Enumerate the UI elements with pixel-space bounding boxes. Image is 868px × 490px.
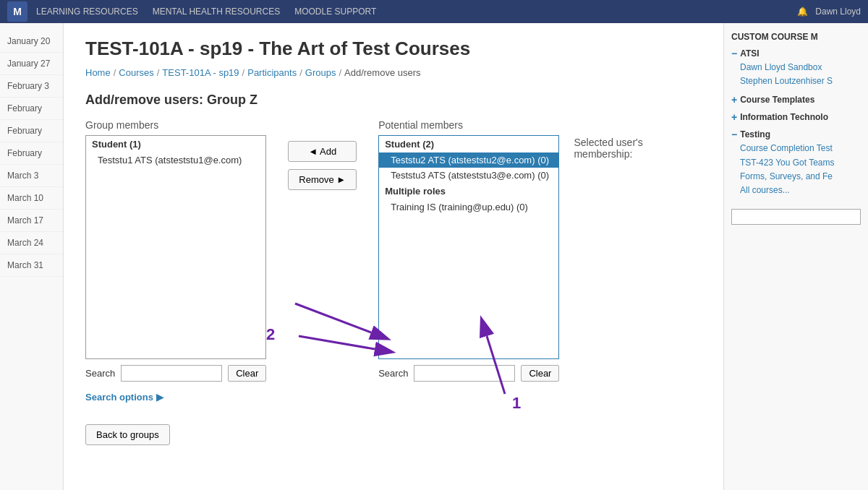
svg-line-3 — [299, 336, 375, 349]
logo-text: M — [13, 6, 22, 17]
testing-section-name: − Testing — [731, 129, 861, 140]
testing-toggle[interactable]: − — [731, 129, 737, 140]
nav-items: LEARNING RESOURCES MENTAL HEALTH RESOURC… — [36, 7, 376, 17]
potential-member-multiple-0[interactable]: Training IS (training@up.edu) (0) — [379, 199, 558, 215]
search-options-link[interactable]: Search options ▶ — [85, 392, 163, 403]
sidebar-item-feb3b[interactable]: February — [0, 142, 63, 165]
section-title: Add/remove users: Group Z — [85, 93, 702, 108]
potential-members-label: Potential members — [378, 119, 559, 131]
breadcrumb-participants[interactable]: Participants — [247, 67, 297, 78]
search-left-input[interactable] — [121, 365, 222, 382]
sidebar-item-mar3[interactable]: March 3 — [0, 165, 63, 187]
it-toggle[interactable]: + — [731, 111, 737, 123]
search-left-label: Search — [85, 368, 115, 379]
annotation-1: 1 — [512, 394, 521, 408]
group-members-label: Group members — [85, 119, 266, 131]
testing-link-3[interactable]: All courses... — [731, 184, 861, 197]
breadcrumb-sep4: / — [299, 67, 302, 78]
potential-member-0[interactable]: Teststu2 ATS (atsteststu2@e.com) (0) — [379, 152, 558, 168]
right-sidebar-search-input[interactable] — [731, 209, 861, 225]
right-sidebar-section-it: + Information Technolo — [731, 111, 861, 123]
svg-line-4 — [295, 304, 371, 332]
multiple-roles-label: Multiple roles — [379, 183, 558, 199]
sidebar-item-mar31[interactable]: March 31 — [0, 254, 63, 277]
add-button[interactable]: ◄ Add — [288, 141, 357, 162]
group-members-list[interactable]: Student (1) Teststu1 ATS (atsteststu1@e.… — [85, 135, 266, 359]
templates-section-name: + Course Templates — [731, 94, 861, 106]
testing-label: Testing — [740, 129, 770, 139]
groups-area: Group members Student (1) Teststu1 ATS (… — [85, 119, 702, 403]
clear-right-button[interactable]: Clear — [521, 365, 559, 382]
search-right-label: Search — [378, 368, 408, 379]
sidebar-item-feb1[interactable]: February — [0, 98, 63, 120]
user-name[interactable]: Dawn Lloyd — [815, 7, 861, 17]
breadcrumb-courses[interactable]: Courses — [119, 67, 153, 78]
right-sidebar-section-atsi: − ATSI Dawn Lloyd Sandbox Stephen Loutze… — [731, 48, 861, 88]
annotation-2: 2 — [266, 325, 275, 343]
templates-label: Course Templates — [740, 95, 814, 105]
search-right-input[interactable] — [414, 365, 515, 382]
atsi-link-1[interactable]: Stephen Loutzenhiser S — [731, 74, 861, 88]
remove-button[interactable]: Remove ► — [288, 169, 357, 190]
clear-left-button[interactable]: Clear — [228, 365, 266, 382]
page-title: TEST-101A - sp19 - The Art of Test Cours… — [85, 38, 702, 60]
templates-toggle[interactable]: + — [731, 94, 737, 106]
breadcrumb: Home / Courses / TEST-101A - sp19 / Part… — [85, 67, 702, 78]
breadcrumb-sep1: / — [114, 67, 116, 78]
user-area: 🔔 Dawn Lloyd — [797, 7, 861, 17]
search-right-row: Search Clear — [378, 365, 559, 382]
right-sidebar-heading: CUSTOM COURSE M — [731, 32, 861, 42]
selected-membership: Selected user's membership: — [574, 119, 704, 166]
back-to-groups-button[interactable]: Back to groups — [85, 424, 170, 445]
potential-members-box: Potential members Student (2) Teststu2 A… — [378, 119, 559, 382]
sidebar-item-mar10[interactable]: March 10 — [0, 187, 63, 210]
it-label: Information Technolo — [740, 112, 828, 122]
atsi-link-0[interactable]: Dawn Lloyd Sandbox — [731, 61, 861, 74]
sidebar-item-mar24[interactable]: March 24 — [0, 232, 63, 254]
sidebar-item-feb2[interactable]: February — [0, 120, 63, 142]
nav-mental-health[interactable]: MENTAL HEALTH RESOURCES — [153, 7, 280, 17]
group-member-0[interactable]: Teststu1 ATS (atsteststu1@e.com) — [86, 152, 265, 168]
atsi-toggle[interactable]: − — [731, 48, 737, 59]
testing-link-2[interactable]: Forms, Surveys, and Fe — [731, 170, 861, 184]
atsi-label: ATSI — [740, 48, 759, 59]
main-content: TEST-101A - sp19 - The Art of Test Cours… — [64, 23, 723, 490]
atsi-section-name: − ATSI — [731, 48, 861, 59]
breadcrumb-sep2: / — [157, 67, 160, 78]
search-left-row: Search Clear — [85, 365, 266, 382]
potential-member-1[interactable]: Teststu3 ATS (atsteststu3@e.com) (0) — [379, 168, 558, 183]
breadcrumb-sep5: / — [339, 67, 341, 78]
nav-learning-resources[interactable]: LEARNING RESOURCES — [36, 7, 138, 17]
potential-student-label: Student (2) — [379, 136, 558, 152]
left-sidebar: January 20 January 27 February 3 Februar… — [0, 23, 64, 490]
potential-members-list[interactable]: Student (2) Teststu2 ATS (atsteststu2@e.… — [378, 135, 559, 359]
group-members-group-label: Student (1) — [86, 136, 265, 152]
logo: M — [7, 1, 27, 22]
selected-membership-label: Selected user's membership: — [574, 137, 704, 160]
action-buttons: ◄ Add Remove ► — [281, 141, 364, 190]
group-members-box: Group members Student (1) Teststu1 ATS (… — [85, 119, 266, 403]
breadcrumb-home[interactable]: Home — [85, 67, 111, 78]
page-wrapper: January 20 January 27 February 3 Februar… — [0, 0, 868, 490]
breadcrumb-sep3: / — [242, 67, 245, 78]
sidebar-item-feb3[interactable]: February 3 — [0, 75, 63, 98]
search-options-label: Search options — [85, 392, 153, 403]
chevron-right-icon: ▶ — [156, 392, 163, 403]
it-section-name: + Information Technolo — [731, 111, 861, 123]
sidebar-item-mar17[interactable]: March 17 — [0, 210, 63, 232]
breadcrumb-current: Add/remove users — [344, 67, 421, 78]
sidebar-item-jan20[interactable]: January 20 — [0, 30, 63, 53]
breadcrumb-course[interactable]: TEST-101A - sp19 — [162, 67, 239, 78]
testing-link-1[interactable]: TST-423 You Got Teams — [731, 156, 861, 170]
right-sidebar-section-templates: + Course Templates — [731, 94, 861, 106]
top-nav: M LEARNING RESOURCES MENTAL HEALTH RESOU… — [0, 0, 868, 23]
breadcrumb-groups[interactable]: Groups — [305, 67, 336, 78]
sidebar-item-jan27[interactable]: January 27 — [0, 53, 63, 75]
testing-link-0[interactable]: Course Completion Test — [731, 142, 861, 155]
right-sidebar-section-testing: − Testing Course Completion Test TST-423… — [731, 129, 861, 197]
right-sidebar: CUSTOM COURSE M − ATSI Dawn Lloyd Sandbo… — [723, 23, 868, 490]
nav-moodle-support[interactable]: MOODLE SUPPORT — [294, 7, 376, 17]
bell-icon[interactable]: 🔔 — [797, 7, 808, 17]
